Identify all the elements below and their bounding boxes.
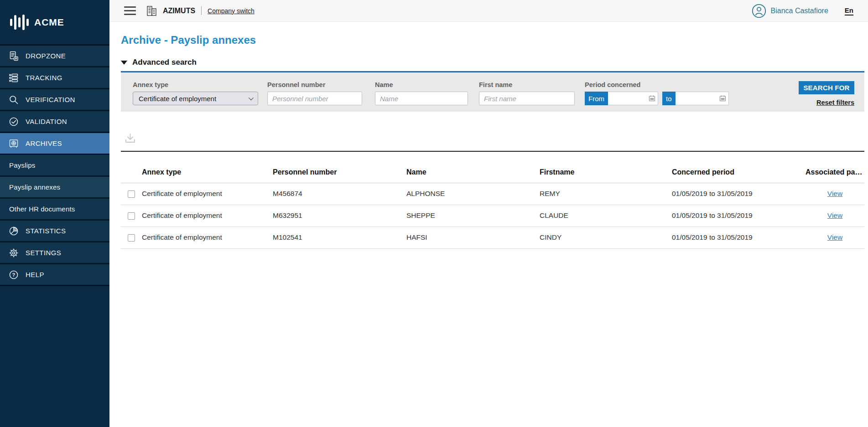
statistics-icon (8, 225, 20, 237)
sidebar-filler (0, 286, 109, 427)
caret-down-icon (121, 61, 127, 65)
cell-name: SHEPPE (406, 205, 540, 226)
sidebar-item-verification[interactable]: VERIFICATION (0, 89, 109, 110)
sidebar-item-label: ARCHIVES (26, 139, 62, 147)
company-switch-link[interactable]: Company switch (208, 7, 255, 15)
cell-annex-type: Certificate of employment (142, 183, 273, 205)
checkbox-column-header (121, 162, 142, 183)
user-avatar-icon[interactable] (752, 4, 766, 18)
menu-toggle-icon[interactable] (124, 6, 136, 15)
sidebar-item-label: SETTINGS (26, 249, 61, 257)
sidebar-item-label: HELP (26, 271, 44, 278)
advanced-search-title: Advanced search (132, 58, 197, 67)
period-to-wrap (676, 92, 729, 105)
language-switch[interactable]: En (845, 6, 853, 15)
column-header-associated-payslip: Associated pay... (806, 162, 864, 183)
cell-concerned-period: 01/05/2019 to 31/05/2019 (672, 205, 806, 226)
cell-firstname: CINDY (540, 226, 672, 248)
sidebar-item-dropzone[interactable]: DROPZONE (0, 46, 109, 66)
sidebar-item-other-hr-documents[interactable]: Other HR documents (0, 199, 109, 219)
first-name-input[interactable] (479, 92, 575, 105)
sidebar-item-label: Payslips (9, 161, 35, 169)
row-checkbox[interactable] (128, 234, 135, 242)
personnel-number-field: Personnel number (267, 81, 362, 105)
help-icon: ? (8, 269, 20, 281)
user-name[interactable]: Bianca Castafiore (771, 7, 828, 15)
svg-text:?: ? (12, 272, 15, 278)
cell-name: HAFSI (406, 226, 540, 248)
table-row: Certificate of employment M632951 SHEPPE… (121, 205, 864, 226)
annex-type-label: Annex type (133, 81, 258, 88)
sidebar-item-payslip-annexes[interactable]: Payslip annexes (0, 177, 109, 197)
settings-icon (8, 247, 20, 259)
row-checkbox[interactable] (128, 190, 135, 198)
search-button[interactable]: SEARCH FOR (799, 81, 854, 94)
sidebar-item-payslips[interactable]: Payslips (0, 155, 109, 175)
period-from-input[interactable] (608, 92, 658, 105)
column-header-annex-type: Annex type (142, 162, 273, 183)
first-name-field: First name (479, 81, 575, 105)
sidebar-item-settings[interactable]: SETTINGS (0, 242, 109, 263)
archives-icon (8, 138, 20, 149)
sidebar: ACME DROPZONE TRACKING (0, 0, 109, 427)
sidebar-item-archives[interactable]: ARCHIVES (0, 133, 109, 154)
period-from-tag: From (585, 92, 608, 105)
view-link[interactable]: View (827, 233, 842, 241)
acme-logo: ACME (0, 0, 109, 44)
cell-name: ALPHONSE (406, 183, 540, 205)
results-table: Annex type Personnel number Name Firstna… (121, 162, 864, 249)
header-separator (201, 6, 202, 15)
name-label: Name (375, 81, 468, 88)
dropzone-icon (8, 50, 20, 62)
column-header-concerned-period: Concerned period (672, 162, 806, 183)
results-toolbar (121, 132, 864, 146)
period-to-input[interactable] (676, 92, 729, 105)
sidebar-item-label: Other HR documents (9, 205, 75, 213)
cell-firstname: CLAUDE (540, 205, 672, 226)
name-field: Name (375, 81, 468, 105)
cell-concerned-period: 01/05/2019 to 31/05/2019 (672, 226, 806, 248)
period-from-wrap (608, 92, 658, 105)
sidebar-item-statistics[interactable]: STATISTICS (0, 221, 109, 241)
chevron-down-icon (249, 95, 254, 100)
table-row: Certificate of employment M456874 ALPHON… (121, 183, 864, 205)
column-header-personnel-number: Personnel number (273, 162, 406, 183)
table-top-divider (121, 151, 864, 152)
page-title: Archive - Payslip annexes (121, 34, 864, 46)
cell-personnel-number: M456874 (273, 183, 406, 205)
sidebar-item-label: VALIDATION (26, 118, 67, 125)
reset-filters-link[interactable]: Reset filters (816, 99, 854, 106)
top-header: AZIMUTS Company switch Bianca Castafiore… (109, 0, 868, 22)
annex-type-select[interactable]: Certificate of employment (133, 92, 258, 105)
cell-concerned-period: 01/05/2019 to 31/05/2019 (672, 183, 806, 205)
tracking-icon (8, 72, 20, 84)
column-header-name: Name (406, 162, 540, 183)
page-content: Archive - Payslip annexes Advanced searc… (109, 22, 868, 427)
table-row: Certificate of employment M102541 HAFSI … (121, 226, 864, 248)
company-building-icon (145, 4, 159, 18)
personnel-number-input[interactable] (267, 92, 362, 105)
view-link[interactable]: View (827, 211, 842, 219)
column-header-firstname: Firstname (540, 162, 672, 183)
view-link[interactable]: View (827, 190, 842, 197)
first-name-label: First name (479, 81, 575, 88)
cell-firstname: REMY (540, 183, 672, 205)
advanced-search-toggle[interactable]: Advanced search (121, 58, 864, 67)
sidebar-item-label: Payslip annexes (9, 183, 60, 191)
sidebar-item-label: STATISTICS (26, 227, 66, 235)
header-right: Bianca Castafiore En (752, 4, 853, 18)
sidebar-item-tracking[interactable]: TRACKING (0, 67, 109, 88)
filter-panel: Annex type Certificate of employment Per… (121, 72, 864, 112)
verification-icon (8, 94, 20, 106)
filter-actions: SEARCH FOR Reset filters (799, 81, 854, 106)
download-button[interactable] (124, 132, 136, 146)
row-checkbox[interactable] (128, 212, 135, 220)
personnel-number-label: Personnel number (267, 81, 362, 88)
company-name: AZIMUTS (163, 7, 195, 15)
cell-personnel-number: M632951 (273, 205, 406, 226)
sidebar-item-help[interactable]: ? HELP (0, 264, 109, 285)
sidebar-item-label: VERIFICATION (26, 96, 75, 103)
sidebar-item-validation[interactable]: VALIDATION (0, 111, 109, 132)
name-input[interactable] (375, 92, 468, 105)
period-inputs: From to (585, 92, 729, 105)
